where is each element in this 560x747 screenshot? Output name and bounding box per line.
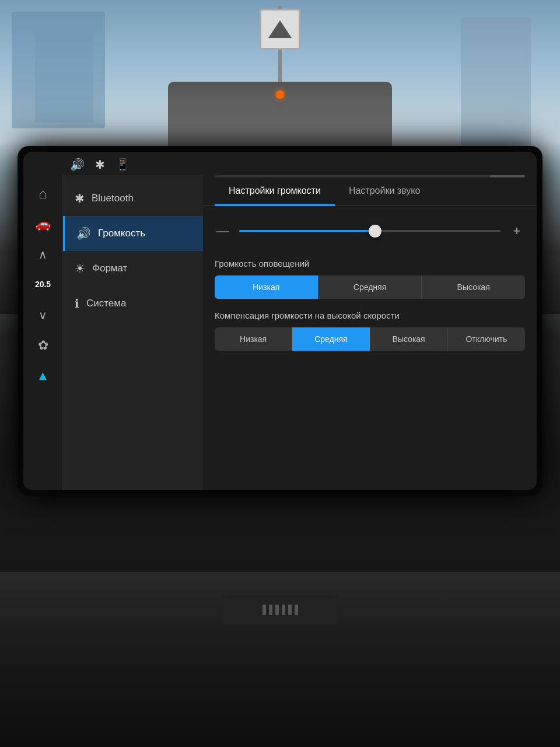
dashboard-area	[0, 572, 560, 747]
menu-item-system[interactable]: ℹ Система	[63, 286, 203, 321]
left-navigation: ⌂ 🚗 ∧ 20.5 ∨ ✿ ▲	[23, 175, 63, 490]
notification-high-button[interactable]: Высокая	[422, 275, 525, 299]
volume-menu-label: Громкость	[98, 228, 145, 239]
settings-menu: ✱ Bluetooth 🔊 Громкость ☀ Формат ℹ Систе…	[63, 175, 203, 490]
vent-slot-1	[262, 605, 266, 615]
volume-slider-fill	[239, 230, 375, 232]
vent-slot-2	[269, 605, 272, 615]
speed-medium-button[interactable]: Средняя	[292, 327, 370, 351]
volume-menu-icon: 🔊	[76, 226, 91, 240]
nav-navigation-button[interactable]: ▲	[30, 363, 56, 389]
car-front	[168, 82, 392, 152]
vent-slot-3	[275, 605, 279, 615]
vent-slot-6	[295, 605, 298, 615]
notification-medium-button[interactable]: Средняя	[318, 275, 422, 299]
nav-temp-display: 20.5	[30, 272, 56, 298]
notification-volume-label: Громкость оповещений	[215, 259, 525, 268]
volume-slider-track[interactable]	[239, 230, 501, 232]
bluetooth-menu-label: Bluetooth	[92, 193, 134, 204]
bluetooth-status-icon: ✱	[95, 158, 105, 172]
tab-bar: Настройки громкости Настройки звуко	[203, 177, 537, 206]
traffic-sign	[260, 9, 300, 50]
nav-down-button[interactable]: ∨	[30, 302, 56, 328]
building-left2	[35, 29, 93, 123]
notification-low-button[interactable]: Низкая	[215, 275, 318, 299]
speed-low-button[interactable]: Низкая	[215, 327, 292, 351]
status-bar: 🔊 ✱ 📱	[23, 152, 537, 175]
nav-up-button[interactable]: ∧	[30, 242, 56, 267]
volume-slider-thumb[interactable]	[369, 225, 382, 238]
volume-increase-button[interactable]: +	[509, 224, 525, 239]
main-volume-section: — +	[215, 218, 525, 245]
menu-item-volume[interactable]: 🔊 Громкость	[63, 216, 203, 251]
vent-slot-4	[282, 605, 285, 615]
volume-decrease-button[interactable]: —	[215, 224, 231, 239]
speed-compensation-group: Низкая Средняя Высокая Отключить	[215, 327, 525, 351]
speed-off-button[interactable]: Отключить	[448, 327, 525, 351]
brake-light	[276, 90, 284, 99]
format-menu-label: Формат	[92, 263, 127, 274]
vent-slot-5	[288, 605, 292, 615]
speed-compensation-section: Компенсация громкости на высокой скорост…	[215, 310, 525, 351]
nav-home-button[interactable]: ⌂	[30, 181, 56, 207]
phone-status-icon: 📱	[116, 158, 130, 172]
menu-item-format[interactable]: ☀ Формат	[63, 251, 203, 286]
system-menu-icon: ℹ	[75, 296, 79, 310]
content-panel: Настройки громкости Настройки звуко —	[203, 175, 537, 490]
temperature-value: 20.5	[35, 280, 51, 289]
notification-volume-section: Громкость оповещений Низкая Средняя Высо…	[215, 259, 525, 299]
nav-car-button[interactable]: 🚗	[30, 211, 56, 237]
center-vent	[222, 595, 338, 624]
bluetooth-menu-icon: ✱	[75, 191, 85, 205]
menu-item-bluetooth[interactable]: ✱ Bluetooth	[63, 181, 203, 216]
speed-high-button[interactable]: Высокая	[370, 327, 448, 351]
main-content-area: ⌂ 🚗 ∧ 20.5 ∨ ✿ ▲ ✱ Bluetooth 🔊 Громкость	[23, 175, 537, 490]
system-menu-label: Система	[86, 298, 126, 309]
tab-sound-settings[interactable]: Настройки звуко	[335, 177, 434, 206]
volume-status-icon: 🔊	[70, 158, 85, 172]
volume-settings-panel: — + Громкость оповещений Низкая	[203, 206, 537, 490]
infotainment-screen: 🔊 ✱ 📱 ⌂ 🚗 ∧ 20.5 ∨ ✿ ▲ ✱	[23, 152, 537, 490]
building-right	[461, 18, 531, 146]
volume-slider-row: — +	[215, 218, 525, 245]
format-menu-icon: ☀	[75, 261, 85, 275]
tab-volume-settings[interactable]: Настройки громкости	[215, 177, 335, 206]
nav-fan-button[interactable]: ✿	[30, 333, 56, 358]
notification-volume-group: Низкая Средняя Высокая	[215, 275, 525, 299]
speed-compensation-label: Компенсация громкости на высокой скорост…	[215, 310, 525, 320]
